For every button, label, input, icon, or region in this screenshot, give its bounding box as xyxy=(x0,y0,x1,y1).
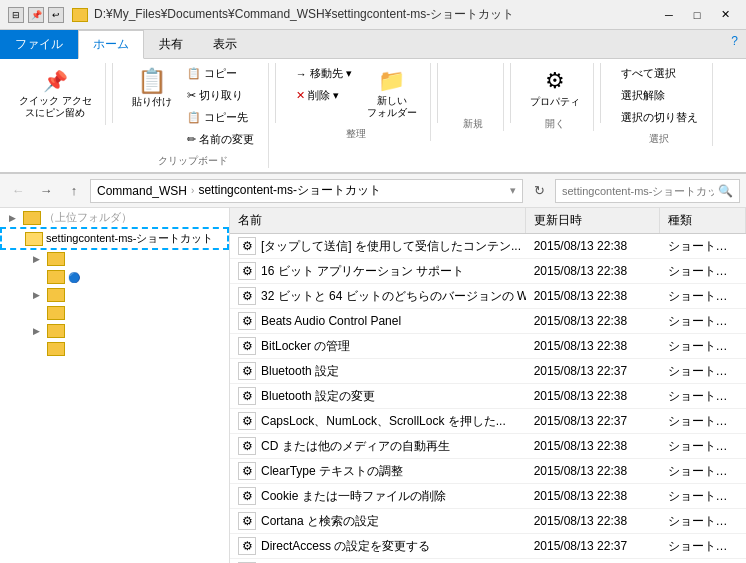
tab-view[interactable]: 表示 xyxy=(198,30,252,58)
file-name-cell: ⚙ Cookie または一時ファイルの削除 xyxy=(230,484,526,508)
file-type: ショートカット xyxy=(660,335,746,358)
nav-item-sub3[interactable]: ▶ xyxy=(0,286,229,304)
table-row[interactable]: ⚙ Bluetooth 設定の変更 2015/08/13 22:38 ショートカ… xyxy=(230,384,746,409)
properties-label: プロパティ xyxy=(530,95,580,109)
file-modified: 2015/08/13 22:38 xyxy=(526,386,660,406)
delete-button[interactable]: ✕ 削除 ▾ xyxy=(290,85,358,106)
table-row[interactable]: ⚙ Cortana と検索の設定 2015/08/13 22:38 ショートカッ… xyxy=(230,509,746,534)
pin-group-items: 📌 クイック アクセスにピン留め xyxy=(14,63,97,123)
nav-item-sub2-label: 🔵 xyxy=(68,272,80,283)
file-type: ショートカット xyxy=(660,485,746,508)
table-row[interactable]: ⚙ CapsLock、NumLock、ScrollLock を押した... 20… xyxy=(230,409,746,434)
breadcrumb-commandwsh: Command_WSH xyxy=(97,184,187,198)
open-label: 開く xyxy=(545,117,565,131)
rename-icon: ✏ xyxy=(187,133,196,146)
table-row[interactable]: ⚙ DirectAccess の設定を変更する 2015/08/13 22:37… xyxy=(230,534,746,559)
table-row[interactable]: ⚙ 16 ビット アプリケーション サポート 2015/08/13 22:38 … xyxy=(230,259,746,284)
file-icon: ⚙ xyxy=(238,362,256,380)
col-type[interactable]: 種類 xyxy=(660,208,746,233)
pin-button[interactable]: 📌 クイック アクセスにピン留め xyxy=(14,63,97,123)
delete-label: 削除 ▾ xyxy=(308,88,339,103)
table-row[interactable]: ⚙ CD または他のメディアの自動再生 2015/08/13 22:38 ショー… xyxy=(230,434,746,459)
minimize-button[interactable]: ─ xyxy=(656,4,682,26)
ribbon-tabs: ファイル ホーム 共有 表示 ? xyxy=(0,30,746,59)
file-name-cell: ⚙ Cortana と検索の設定 xyxy=(230,509,526,533)
search-icon: 🔍 xyxy=(718,184,733,198)
table-row[interactable]: ⚙ Cookie または一時ファイルの削除 2015/08/13 22:38 シ… xyxy=(230,484,746,509)
file-icon: ⚙ xyxy=(238,337,256,355)
select-all-button[interactable]: すべて選択 xyxy=(615,63,704,84)
table-row[interactable]: ⚙ 32 ビットと 64 ビットのどちらのバージョンの Win... 2015/… xyxy=(230,284,746,309)
nav-item-current[interactable]: settingcontent-ms-ショートカット xyxy=(0,227,229,250)
properties-button[interactable]: ⚙ プロパティ xyxy=(525,63,585,113)
paste-button[interactable]: 📋 貼り付け xyxy=(127,63,177,113)
file-modified: 2015/08/13 22:38 xyxy=(526,461,660,481)
forward-button[interactable]: → xyxy=(34,179,58,203)
address-path[interactable]: Command_WSH › settingcontent-ms-ショートカット … xyxy=(90,179,523,203)
nav-item-sub6[interactable] xyxy=(0,340,229,358)
table-row[interactable]: ⚙ ClearType テキストの調整 2015/08/13 22:38 ショー… xyxy=(230,459,746,484)
tab-share[interactable]: 共有 xyxy=(144,30,198,58)
cut-label: 切り取り xyxy=(199,88,243,103)
folder-icon-sub4 xyxy=(47,306,65,320)
file-name-cell: ⚙ Bluetooth 設定 xyxy=(230,359,526,383)
file-type: ショートカット xyxy=(660,235,746,258)
file-name: Beats Audio Control Panel xyxy=(261,314,401,328)
table-row[interactable]: ⚙ Flash Player 2015/08/13 22:38 ショートカット xyxy=(230,559,746,563)
file-name: DirectAccess の設定を変更する xyxy=(261,538,430,555)
file-list-header: 名前 更新日時 種類 xyxy=(230,208,746,234)
ribbon-help[interactable]: ? xyxy=(723,30,746,58)
file-name: ClearType テキストの調整 xyxy=(261,463,403,480)
file-type: ショートカット xyxy=(660,460,746,483)
new-folder-button[interactable]: 📁 新しいフォルダー xyxy=(362,63,422,123)
copy-icon: 📋 xyxy=(187,67,201,80)
search-input[interactable] xyxy=(562,185,714,197)
close-button[interactable]: ✕ xyxy=(712,4,738,26)
copy-path-button[interactable]: 📋 コピー先 xyxy=(181,107,260,128)
organize-label: 整理 xyxy=(346,127,366,141)
file-name-cell: ⚙ 16 ビット アプリケーション サポート xyxy=(230,259,526,283)
col-name[interactable]: 名前 xyxy=(230,208,526,233)
nav-item-parent[interactable]: ▶ （上位フォルダ） xyxy=(0,208,229,227)
nav-item-sub5[interactable]: ▶ xyxy=(0,322,229,340)
copy-button[interactable]: 📋 コピー xyxy=(181,63,260,84)
invert-select-button[interactable]: 選択の切り替え xyxy=(615,107,704,128)
tab-home[interactable]: ホーム xyxy=(78,30,144,59)
address-bar: ← → ↑ Command_WSH › settingcontent-ms-ショ… xyxy=(0,174,746,208)
file-name: CapsLock、NumLock、ScrollLock を押した... xyxy=(261,413,506,430)
file-name: BitLocker の管理 xyxy=(261,338,350,355)
rename-button[interactable]: ✏ 名前の変更 xyxy=(181,129,260,150)
nav-arrow-sub1: ▶ xyxy=(28,254,44,264)
table-row[interactable]: ⚙ Beats Audio Control Panel 2015/08/13 2… xyxy=(230,309,746,334)
organize-items: → 移動先 ▾ ✕ 削除 ▾ 📁 新しいフォルダー xyxy=(290,63,422,123)
refresh-button[interactable]: ↻ xyxy=(527,179,551,203)
file-name-cell: ⚙ Bluetooth 設定の変更 xyxy=(230,384,526,408)
file-type: ショートカット xyxy=(660,310,746,333)
cut-button[interactable]: ✂ 切り取り xyxy=(181,85,260,106)
move-to-button[interactable]: → 移動先 ▾ xyxy=(290,63,358,84)
properties-icon: ⚙ xyxy=(541,67,569,95)
nav-item-sub1[interactable]: ▶ xyxy=(0,250,229,268)
file-name: Bluetooth 設定 xyxy=(261,363,339,380)
file-icon: ⚙ xyxy=(238,512,256,530)
table-row[interactable]: ⚙ Bluetooth 設定 2015/08/13 22:37 ショートカット xyxy=(230,359,746,384)
col-modified[interactable]: 更新日時 xyxy=(526,208,660,233)
nav-arrow: ▶ xyxy=(4,213,20,223)
maximize-button[interactable]: □ xyxy=(684,4,710,26)
table-row[interactable]: ⚙ BitLocker の管理 2015/08/13 22:38 ショートカット xyxy=(230,334,746,359)
up-button[interactable]: ↑ xyxy=(62,179,86,203)
table-row[interactable]: ⚙ [タップして送信] を使用して受信したコンテン... 2015/08/13 … xyxy=(230,234,746,259)
tab-file[interactable]: ファイル xyxy=(0,30,78,59)
nav-item-sub4[interactable] xyxy=(0,304,229,322)
nav-arrow-sub3: ▶ xyxy=(28,290,44,300)
file-type: ショートカット xyxy=(660,510,746,533)
back-button[interactable]: ← xyxy=(6,179,30,203)
nav-item-sub2[interactable]: 🔵 xyxy=(0,268,229,286)
invert-label: 選択の切り替え xyxy=(621,110,698,125)
breadcrumb-current: settingcontent-ms-ショートカット xyxy=(198,182,381,199)
file-name-cell: ⚙ DirectAccess の設定を変更する xyxy=(230,534,526,558)
deselect-button[interactable]: 選択解除 xyxy=(615,85,704,106)
sep2 xyxy=(275,63,276,123)
ribbon-group-select: すべて選択 選択解除 選択の切り替え 選択 xyxy=(607,63,713,146)
title-folder-icon xyxy=(72,8,88,22)
